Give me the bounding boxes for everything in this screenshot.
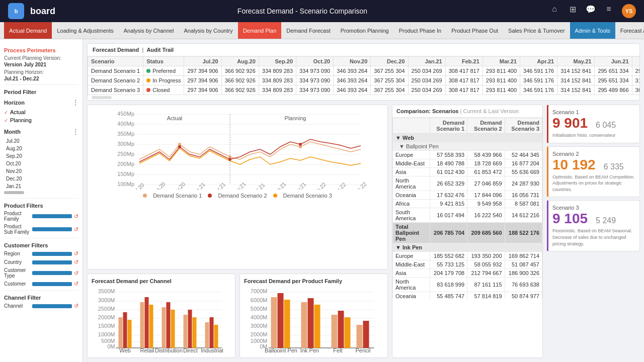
svg-text:Mar.21: Mar.21 (210, 181, 226, 190)
s1-feb21: 308 417 817 (445, 66, 482, 76)
scenario1-name: Demand Scenario 1 (88, 66, 143, 76)
line-chart-box: 450Mp 400Mp 350Mp 300Mp 250Mp 200Mp 150M… (87, 105, 388, 269)
s2-dec20: 367 255 304 (371, 76, 408, 85)
horizon-actual-label: Actual (10, 109, 26, 115)
scenario2-card-title: Scenario 2 (552, 151, 635, 157)
comp-asia-s2: 61 853 472 (467, 168, 505, 176)
horizon-planning[interactable]: ✓ Planning (4, 116, 78, 124)
nav-demand-forecast[interactable]: Demand Forecast (281, 22, 335, 39)
s1-mar21: 293 811 400 (482, 66, 520, 76)
comp-oceania-s2: 17 844 096 (467, 191, 505, 200)
region-reset[interactable]: ↺ (74, 250, 78, 257)
scenario2-sub-value: 6 335 (604, 162, 624, 171)
table-scrollbar[interactable] (92, 96, 112, 99)
month-oct20[interactable]: Oct.20 (4, 160, 78, 167)
bar-industrial-s1 (205, 322, 209, 348)
nav-admin-tools[interactable]: Admin & Tools (570, 22, 615, 39)
month-nov20[interactable]: Nov.20 (4, 167, 78, 175)
table-row: North America 83 618 999 87 161 115 76 6… (393, 278, 542, 292)
s2-aug20: 366 902 926 (221, 76, 259, 85)
comp-ip-oceania-s2: 57 814 819 (467, 292, 505, 299)
content-area: Forecast Demand | Audit Trail Scenario S… (83, 39, 644, 362)
country-reset[interactable]: ↺ (74, 259, 78, 265)
s2-feb21: 308 417 817 (445, 76, 482, 85)
svg-text:Jan.22: Jan.22 (311, 181, 327, 190)
grid-icon[interactable]: ⊞ (568, 4, 578, 14)
s2-jan21: 250 034 269 (408, 76, 445, 85)
comp-me-s1: 18 490 788 (430, 159, 467, 168)
svg-text:Jul.21: Jul.21 (252, 182, 266, 190)
month-dec20[interactable]: Dec.20 (4, 175, 78, 183)
col-aug20: Aug.20 (221, 57, 259, 66)
nav-analysis-country[interactable]: Analysis by Country (179, 22, 237, 39)
month-jul20[interactable]: Jul.20 (4, 137, 78, 145)
planning-version-label: Current Planning Version: (4, 55, 78, 61)
nav-product-phase-out[interactable]: Product Phase Out (446, 22, 503, 39)
home-icon[interactable]: ⌂ (549, 4, 559, 14)
nav-product-phase-in[interactable]: Product Phase In (394, 22, 446, 39)
scenario1-numbers: 9 901 6 045 (552, 116, 635, 130)
svg-text:Web: Web (119, 347, 130, 352)
comp-asia-s1: 61 012 430 (430, 168, 467, 176)
product-bar-chart: Forecast Demand per Product Family 7000M… (239, 274, 388, 358)
channel-reset[interactable]: ↺ (74, 303, 78, 309)
horizon-planning-label: Planning (10, 117, 32, 123)
product-sub-family-label: Product Sub Family (4, 224, 30, 235)
nav-promotion-planning[interactable]: Promotion Planning (336, 22, 394, 39)
nav-loading-adjustments[interactable]: Loading & Adjustments (52, 22, 119, 39)
product-chart-title: Forecast Demand per Product Family (244, 278, 383, 284)
horizon-actual[interactable]: ✓ Actual (4, 108, 78, 116)
comp-europe-s3: 52 464 345 (505, 151, 542, 159)
s3-feb21: 308 417 817 (445, 85, 482, 95)
bar-felt-s1 (332, 315, 338, 348)
chat-icon[interactable]: 💬 (586, 4, 596, 14)
topbar-icons: ⌂ ⊞ 💬 ≡ YS (549, 4, 636, 18)
svg-text:May.21: May.21 (230, 180, 247, 190)
check-actual-icon: ✓ (4, 110, 8, 115)
product-family-reset[interactable]: ↺ (74, 213, 78, 220)
svg-text:5000M: 5000M (251, 306, 268, 312)
svg-text:4000M: 4000M (251, 314, 268, 320)
comp-oceania: Oceania (393, 191, 430, 200)
month-sep20[interactable]: Sep.20 (4, 152, 78, 160)
col-jan21: Jan.21 (408, 57, 445, 66)
customer-reset[interactable]: ↺ (74, 281, 78, 287)
product-sub-family-reset[interactable]: ↺ (74, 226, 78, 233)
nav-actual-demand[interactable]: Actual Demand (4, 22, 52, 39)
month-jan21[interactable]: Jan.21 (4, 183, 78, 190)
scenario3-main-value: 9 105 (552, 212, 588, 226)
horizon-more-icon[interactable]: ⋮ (72, 99, 78, 106)
product-chart-svg: 7000M 6000M 5000M 4000M 3000M 2000M 1000… (244, 287, 383, 352)
table-row: Total Ballpoint Pen 206 785 704 209 685 … (393, 223, 542, 243)
comp-ip-na-s2: 87 161 115 (467, 278, 505, 292)
comp-total-bp-s3: 188 522 176 (505, 223, 542, 243)
table-row: ▼ Web (393, 134, 542, 142)
comp-web: ▼ Web (393, 134, 542, 142)
svg-text:0M: 0M (107, 343, 115, 349)
right-panel: Comparison: Scenarios | Current & Last V… (392, 105, 640, 358)
month-aug20[interactable]: Aug.20 (4, 145, 78, 152)
menu-icon[interactable]: ≡ (604, 4, 614, 14)
comp-ip-asia: Asia (393, 269, 430, 278)
comp-na: North America (393, 176, 430, 191)
svg-text:6000M: 6000M (251, 297, 268, 303)
nav-sales-price[interactable]: Sales Price & Turnover (503, 22, 570, 39)
comp-ballpoint-sub: ▼ Ballpoint Pen (393, 142, 542, 151)
table-row: North America 26 652 329 27 046 859 24 2… (393, 176, 542, 191)
avatar[interactable]: YS (622, 4, 636, 18)
s3-jan21: 250 034 269 (408, 85, 445, 95)
svg-text:350Mp: 350Mp (117, 131, 134, 137)
svg-text:Apr.22: Apr.22 (332, 182, 347, 190)
nav-forecast-accuracy[interactable]: Forecast Accuracy (615, 22, 644, 39)
month-more-icon[interactable]: ⋮ (72, 128, 78, 135)
table-row: South America 16 017 494 16 222 540 14 6… (393, 208, 542, 223)
logo-icon: b (8, 3, 24, 19)
nav-analysis-channel[interactable]: Analysis by Channel (119, 22, 179, 39)
nav-demand-plan[interactable]: Demand Plan (238, 22, 282, 39)
month-scrollbar[interactable] (4, 190, 78, 195)
svg-text:Nov.21: Nov.21 (291, 181, 307, 190)
legend-s3-label: Demand Scenario 3 (283, 193, 332, 199)
table-row: Oceania 55 485 747 57 814 819 50 874 977 (393, 292, 542, 299)
customer-type-reset[interactable]: ↺ (74, 270, 78, 277)
bottom-row: 450Mp 400Mp 350Mp 300Mp 250Mp 200Mp 150M… (87, 105, 640, 358)
